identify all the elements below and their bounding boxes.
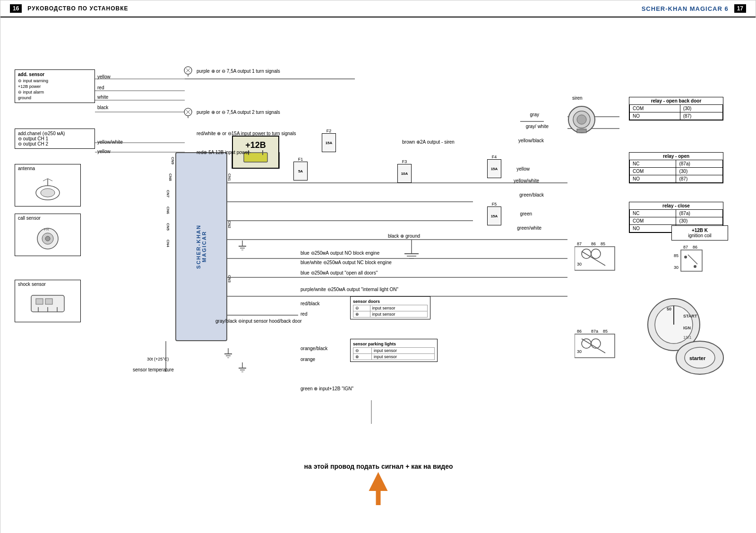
relay-open-com-num: (30) [676,168,723,175]
relay-open-row-no: NO (87) [630,175,723,183]
wire-black: black [97,105,108,110]
relay-close-row-nc: NC (87a) [630,210,723,217]
orange-black-label: orange/black [301,346,327,351]
ground-symbol-3 [237,362,249,375]
header: 16 РУКОВОДСТВО ПО УСТАНОВКЕ SCHER-KHAN M… [0,0,756,17]
ground-icon-1 [237,241,249,252]
sensor-doors-lbl-1: input sensor [370,311,427,318]
power-turn-label: red/white ⊕ or ⊖15A input power to turn … [197,131,296,136]
antenna-box: antenna [15,164,81,206]
call-sensor-label: call sensor [15,214,80,222]
sensor-parking-row-0: ⊖ input sensor [353,348,435,354]
gray-black-label: gray/black ⊖input sensor hood/back door [215,318,302,324]
diagram-area: add. sensor ⊖ input warning +12B power ⊖… [0,17,756,533]
wiring-diagram [0,17,756,533]
antenna-icon [31,176,64,202]
cn7-label: CN7 [166,190,170,198]
svg-text:87a: 87a [591,329,598,334]
sensor-parking-lbl-0: input sensor [371,348,434,354]
relay-open-back-door-title: relay - open back door [629,97,723,104]
brand-title: SCHER-KHAN MAGICAR 6 [642,5,729,12]
add-sensor-box: add. sensor ⊖ input warning +12B power ⊖… [15,69,95,103]
svg-line-92 [582,251,605,266]
add-sensor-item-1: +12B power [18,84,92,89]
starter-icon: starter [674,339,726,377]
fuse-f4: F4 15A [487,155,501,178]
svg-text:START: START [683,314,697,318]
svg-text:starter: starter [689,355,706,361]
svg-rect-60 [577,129,586,133]
sensor-temperature-label: sensor temperature [133,367,174,372]
relay-open-title: relay - open [629,153,723,160]
svg-point-59 [577,115,586,124]
svg-point-75 [684,256,687,258]
blue-white-nc-label: blue/white ⊖250мА output NC block engine [301,260,392,265]
call-sensor-box: call sensor FR [15,214,81,256]
svg-line-41 [43,179,48,181]
relay-open-back-door: relay - open back door COM (30) NO (87) [629,97,723,120]
wire-red: red [97,85,104,90]
arrow-container [369,472,388,505]
call-sensor-icon: FR [34,222,62,250]
relay-no-num: (87) [680,112,722,120]
fuse-f2-body: 15A [322,133,336,152]
relay-open-box: relay - open NC (87a) COM (30) NO (87) [629,152,723,183]
relay-open-row-com: COM (30) [630,168,723,175]
svg-point-39 [41,189,55,197]
lamp-1-icon [182,65,194,77]
relay-open-com: COM [630,168,676,175]
svg-line-42 [48,179,52,181]
relay-no-label: NO [630,112,680,120]
svg-text:30: 30 [577,262,582,266]
svg-point-76 [694,265,696,268]
shock-sensor-icon-area [15,288,80,314]
svg-rect-49 [45,299,52,304]
sensor-doors-row-1: ⊕ input sensor [353,311,428,318]
sensor-parking-lbl-1: input sensor [371,354,434,360]
wire-yellow-white: yellow/white [97,139,123,145]
wire-yellow-black: yellow/black [518,138,544,143]
svg-text:85: 85 [603,329,608,334]
sensor-parking-sym-1: ⊕ [353,354,372,360]
fuse-f5-body: 15A [487,206,501,225]
shock-sensor-icon [29,288,67,314]
wire-gray: gray [530,112,539,117]
svg-text:86: 86 [591,241,596,246]
sensor-doors-title: sensor doors [353,298,428,305]
relay-close-row-com: COM (30) [630,217,723,225]
antenna-icon-area [15,172,80,206]
add-sensor-title: add. sensor [18,72,92,77]
sensor-parking-title: sensor parking lights [353,341,435,347]
ground-symbol-2 [223,348,234,361]
wire-green: green [520,211,532,216]
wire-yellow-2: yellow [97,149,111,154]
svg-text:30: 30 [674,265,679,270]
relay-com-num: (30) [680,105,722,112]
svg-text:50: 50 [667,307,671,311]
ignition-coil-box: +12B K ignition coil [671,225,728,241]
relay-cluster-1-icon: 87 86 85 30 [575,240,617,277]
fuse-f2-label: F2 [326,129,332,133]
relay-open-no-num: (87) [676,175,723,183]
header-left: 16 РУКОВОДСТВО ПО УСТАНОВКЕ [10,4,129,13]
arrow-head-icon [369,472,388,491]
relay-close-title: relay - close [629,202,723,209]
add-sensor-item-0: ⊖ input warning [18,78,92,84]
relay-close-nc-num: (87a) [676,210,723,217]
antenna-label: antenna [15,164,38,172]
black-ground: black ⊕ ground [388,233,420,239]
relay-row-com: COM (30) [630,105,723,112]
cn8-label: CN8 [168,173,172,181]
relay-open-nc-num: (87a) [676,160,723,168]
purple-white-label: purple/wnite ⊖250мА output "internal lig… [301,287,398,292]
annotation-text: на этой провод подать сигнал + как на ви… [304,463,453,470]
page-num-right: 17 [734,4,746,13]
fuse-f4-body: 15A [487,159,501,178]
output2-label: purple ⊕ or ⊖ 7,5A output 2 turn signals [197,110,280,115]
svg-text:87: 87 [577,241,582,246]
svg-line-74 [688,255,697,264]
ignition-coil-sublabel: ignition coil [676,233,724,238]
sensor-parking-row-1: ⊕ input sensor [353,354,435,360]
add-sensor-item-2: ⊖ input alarm [18,89,92,95]
svg-text:IGN: IGN [683,326,691,330]
